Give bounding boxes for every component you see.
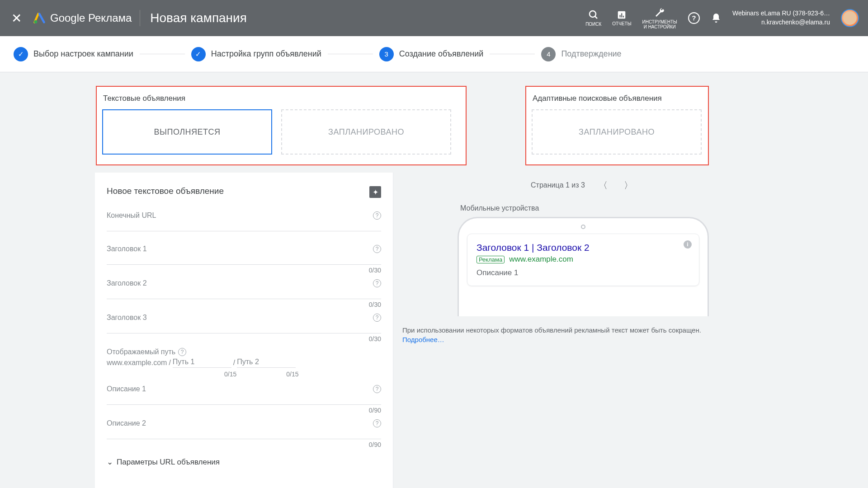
avatar[interactable] (841, 9, 859, 27)
reports-icon (617, 10, 627, 20)
path1-input[interactable]: Путь 1 (173, 358, 231, 368)
logo-text: Google Реклама (50, 12, 132, 24)
display-path-section: Отображаемый путь ? www.example.com / Пу… (107, 348, 381, 378)
next-page-icon[interactable]: 〉 (621, 177, 636, 194)
chevron-down-icon: ⌄ (107, 457, 113, 467)
product-logo[interactable]: Google Реклама (33, 12, 132, 24)
headline1-input[interactable] (107, 251, 381, 265)
help-icon[interactable]: ? (373, 279, 381, 287)
svg-rect-6 (623, 16, 624, 18)
headline2-field: Заголовок 2 ? 0/30 (107, 279, 381, 308)
header-right: ПОИСК ОТЧЕТЫ ИНСТРУМЕНТЫ И НАСТРОЙКИ ? W… (585, 7, 859, 29)
app-header: ✕ Google Реклама Новая кампания ПОИСК ОТ… (0, 0, 868, 36)
ad-preview: Страница 1 из 3 〈 〉 Мобильные устройства… (393, 173, 773, 488)
close-icon[interactable]: ✕ (11, 11, 22, 26)
campaign-stepper: ✓ Выбор настроек кампании ✓ Настройка гр… (0, 36, 868, 72)
url-options-toggle[interactable]: ⌄ Параметры URL объявления (107, 457, 381, 467)
help-icon[interactable]: ? (688, 12, 700, 24)
check-icon: ✓ (14, 47, 28, 61)
svg-rect-4 (620, 15, 621, 18)
ads-logo-icon (33, 12, 46, 24)
content: Текстовые объявления ВЫПОЛНЯЕТСЯ ЗАПЛАНИ… (0, 72, 868, 488)
svg-text:?: ? (692, 14, 696, 22)
headline3-input[interactable] (107, 320, 381, 333)
check-icon: ✓ (191, 47, 206, 61)
description2-field: Описание 2 ? 0/90 (107, 419, 381, 448)
form-heading: Новое текстовое объявление (107, 186, 224, 196)
preview-disclaimer: При использовании некоторых форматов объ… (393, 316, 773, 344)
prev-page-icon[interactable]: 〈 (596, 177, 610, 194)
ad-form-panel: Новое текстовое объявление ✦ Конечный UR… (95, 173, 773, 488)
step-ad-groups[interactable]: ✓ Настройка групп объявлений (191, 47, 321, 61)
tab-running[interactable]: ВЫПОЛНЯЕТСЯ (102, 109, 272, 155)
headline3-field: Заголовок 3 ? 0/30 (107, 314, 381, 343)
ideas-icon[interactable]: ✦ (369, 186, 381, 198)
ad-preview-card: i Заголовок 1 | Заголовок 2 Реклама www.… (467, 234, 699, 286)
wrench-icon (654, 7, 665, 18)
help-icon[interactable]: ? (373, 419, 381, 427)
learn-more-link[interactable]: Подробнее… (402, 336, 444, 343)
description2-input[interactable] (107, 426, 381, 439)
search-button[interactable]: ПОИСК (585, 9, 601, 27)
help-icon[interactable]: ? (373, 385, 381, 393)
user-info[interactable]: Webinars eLama RU (378-923-6… n.kravchen… (732, 9, 830, 27)
help-icon[interactable]: ? (373, 314, 381, 322)
step-confirm[interactable]: 4 Подтверждение (541, 47, 621, 61)
path2-input[interactable]: Путь 2 (237, 358, 296, 368)
final-url-field: Конечный URL ? (107, 211, 381, 231)
svg-point-1 (590, 11, 596, 17)
final-url-input[interactable] (107, 218, 381, 231)
rsa-box: Адаптивные поисковые объявления ЗАПЛАНИР… (525, 86, 709, 165)
help-icon[interactable]: ? (178, 348, 186, 356)
step-ads[interactable]: 3 Создание объявлений (379, 47, 484, 61)
description1-field: Описание 1 ? 0/90 (107, 385, 381, 414)
help-icon[interactable]: ? (373, 211, 381, 220)
text-ads-box: Текстовые объявления ВЫПОЛНЯЕТСЯ ЗАПЛАНИ… (96, 86, 467, 165)
svg-point-0 (34, 20, 37, 23)
headline1-field: Заголовок 1 ? 0/30 (107, 245, 381, 274)
headline2-input[interactable] (107, 286, 381, 299)
ad-type-selection: Текстовые объявления ВЫПОЛНЯЕТСЯ ЗАПЛАНИ… (95, 86, 773, 165)
info-icon[interactable]: i (684, 240, 692, 249)
search-icon (588, 9, 599, 20)
header-left: ✕ Google Реклама Новая кампания (11, 10, 247, 26)
description1-input[interactable] (107, 391, 381, 405)
svg-rect-5 (622, 13, 623, 17)
ad-form: Новое текстовое объявление ✦ Конечный UR… (95, 173, 393, 488)
help-icon[interactable]: ? (373, 245, 381, 253)
rsa-scheduled[interactable]: ЗАПЛАНИРОВАНО (532, 109, 702, 155)
divider (140, 10, 140, 26)
page-title: Новая кампания (150, 11, 247, 25)
reports-button[interactable]: ОТЧЕТЫ (612, 10, 631, 26)
tab-scheduled[interactable]: ЗАПЛАНИРОВАНО (281, 109, 451, 155)
phone-preview-frame: i Заголовок 1 | Заголовок 2 Реклама www.… (458, 217, 709, 316)
phone-speaker-icon (581, 225, 585, 229)
svg-line-2 (595, 16, 597, 19)
tools-button[interactable]: ИНСТРУМЕНТЫ И НАСТРОЙКИ (642, 7, 677, 29)
preview-pager: Страница 1 из 3 〈 〉 (393, 173, 773, 198)
step-campaign-settings[interactable]: ✓ Выбор настроек кампании (14, 47, 133, 61)
notifications-icon[interactable] (711, 13, 722, 23)
